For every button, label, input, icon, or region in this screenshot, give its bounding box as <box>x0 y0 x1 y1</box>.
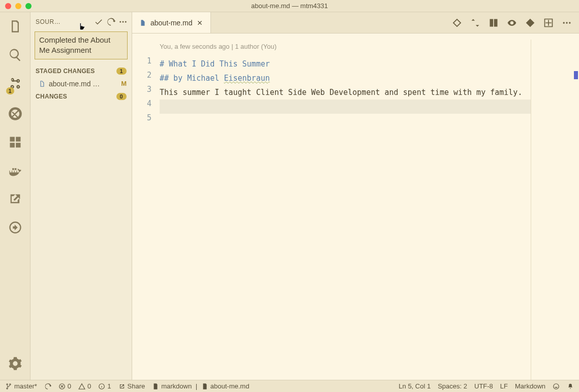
mode-status[interactable]: Markdown <box>515 382 545 390</box>
branch-icon <box>5 383 12 390</box>
diamond-icon[interactable] <box>525 18 535 28</box>
info-icon <box>98 383 105 390</box>
debug-icon[interactable] <box>8 107 22 121</box>
open-preview-icon[interactable] <box>489 18 499 28</box>
share-icon <box>118 383 126 390</box>
svg-point-3 <box>563 22 565 23</box>
code-line-5 <box>160 100 531 114</box>
svg-point-2 <box>125 21 127 23</box>
activity-bar: 1 <box>0 12 31 380</box>
file-icon <box>152 383 159 390</box>
svg-point-8 <box>554 383 559 389</box>
lang-status[interactable]: markdown | about-me.md <box>152 382 249 390</box>
staged-changes-label: STAGED CHANGES <box>36 68 95 75</box>
info-status[interactable]: 1 <box>98 382 111 390</box>
window-minimize-button[interactable] <box>15 3 21 9</box>
window-title: about-me.md — mtm4331 <box>251 2 328 10</box>
scm-badge: 1 <box>6 87 14 94</box>
eol-status[interactable]: LF <box>500 382 508 390</box>
refresh-icon[interactable] <box>106 17 115 26</box>
changes-label: CHANGES <box>36 93 67 100</box>
preview-icon[interactable] <box>507 18 517 28</box>
markdown-file-icon <box>139 19 146 26</box>
search-icon[interactable] <box>8 48 22 62</box>
errors-status[interactable]: 0 <box>58 382 71 390</box>
explorer-icon[interactable] <box>8 19 22 34</box>
code-line-1: # What I Did This Summer <box>160 57 531 71</box>
minimap[interactable] <box>531 40 579 380</box>
svg-point-1 <box>123 21 124 23</box>
sync-icon[interactable] <box>44 383 51 390</box>
branch-status[interactable]: master* <box>5 382 37 390</box>
settings-icon[interactable] <box>8 356 22 371</box>
gitlens-icon[interactable] <box>8 220 22 235</box>
source-control-sidebar: SOUR… Completed the About Me Assignment … <box>31 12 132 380</box>
markdown-file-icon <box>39 80 46 87</box>
warnings-status[interactable]: 0 <box>78 382 91 390</box>
gitlens-action-icon[interactable] <box>452 18 462 28</box>
editor-area: about-me.md 12345 You, a few seconds ago… <box>132 12 579 380</box>
indent-status[interactable]: Spaces: 2 <box>438 382 467 390</box>
svg-point-5 <box>569 22 570 23</box>
status-bar: master* 0 0 1 Share markdown | about-me.… <box>0 380 579 392</box>
code-content[interactable]: You, a few seconds ago | 1 author (You) … <box>160 40 531 380</box>
tab-label: about-me.md <box>150 19 192 27</box>
changes-header[interactable]: CHANGES 0 <box>31 90 132 103</box>
code-line-4: This summer I taught Client Side Web Dev… <box>160 85 531 100</box>
split-editor-icon[interactable] <box>543 18 554 28</box>
more-actions-icon[interactable] <box>562 18 572 28</box>
code-line-2: ## by Michael Eisenbraun <box>160 71 531 85</box>
window-close-button[interactable] <box>5 3 11 9</box>
tab-about-me[interactable]: about-me.md <box>132 12 211 33</box>
scm-icon[interactable]: 1 <box>8 76 22 92</box>
svg-point-4 <box>566 22 567 23</box>
codelens[interactable]: You, a few seconds ago | 1 author (You) <box>160 40 531 54</box>
compare-icon[interactable] <box>470 18 480 28</box>
code-area[interactable]: 12345 You, a few seconds ago | 1 author … <box>132 34 579 380</box>
staged-file-status: M <box>121 80 127 87</box>
staged-file-name: about-me.md … <box>49 80 118 88</box>
docker-icon[interactable] <box>8 164 22 178</box>
line-gutter: 12345 <box>132 40 160 380</box>
feedback-icon[interactable] <box>553 383 560 390</box>
commit-message-input[interactable]: Completed the About Me Assignment <box>35 31 128 59</box>
staged-changes-count: 1 <box>116 68 127 75</box>
changes-count: 0 <box>116 93 127 100</box>
warning-icon <box>78 383 85 390</box>
staged-changes-header[interactable]: STAGED CHANGES 1 <box>31 64 132 78</box>
bell-icon[interactable] <box>567 383 574 390</box>
editor-actions <box>452 12 579 33</box>
encoding-status[interactable]: UTF-8 <box>474 382 493 390</box>
svg-point-0 <box>119 21 121 23</box>
share-status[interactable]: Share <box>118 382 145 390</box>
minimap-marker <box>574 71 578 79</box>
pointer-cursor-icon <box>77 22 86 31</box>
error-icon <box>58 383 66 390</box>
commit-icon[interactable] <box>94 17 103 26</box>
titlebar: about-me.md — mtm4331 <box>0 0 579 12</box>
more-icon[interactable] <box>118 17 128 26</box>
close-icon[interactable] <box>196 19 203 26</box>
staged-file-row[interactable]: about-me.md … M <box>31 78 132 90</box>
cursor-pos-status[interactable]: Ln 5, Col 1 <box>399 382 431 390</box>
tab-strip: about-me.md <box>132 12 579 34</box>
extensions-icon[interactable] <box>8 135 22 149</box>
liveshare-icon[interactable] <box>8 192 22 206</box>
window-zoom-button[interactable] <box>25 3 32 9</box>
file-icon <box>201 383 208 390</box>
